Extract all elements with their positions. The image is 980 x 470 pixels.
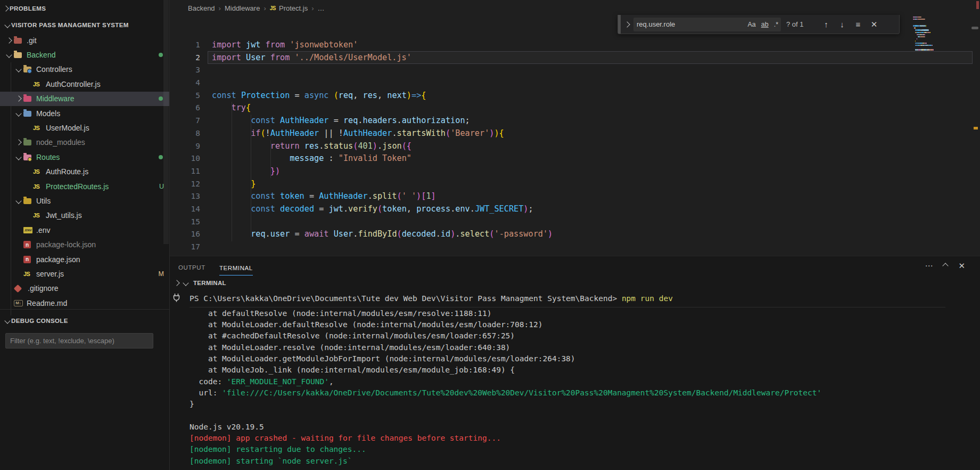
find-input[interactable] <box>633 20 745 28</box>
explorer-section-header[interactable]: VISITOR PASS MANAGMENT SYSTEM <box>0 17 169 33</box>
tab-output[interactable]: OUTPUT <box>178 264 205 275</box>
code-line-14[interactable]: 14 const decoded = jwt.verify(token, pro… <box>170 203 980 216</box>
code-line-1[interactable]: 1import jwt from 'jsonwebtoken' <box>170 39 980 52</box>
terminal-output[interactable]: PS C:\Users\kakka\OneDrive\Documents\Tut… <box>170 293 821 467</box>
tree-item-package-json[interactable]: npackage.json <box>0 252 169 266</box>
tree-item-readme-md[interactable]: M↓Readme.md <box>0 296 169 310</box>
code-text <box>200 216 212 229</box>
tree-item-backend[interactable]: Backend <box>0 47 169 62</box>
code-text: const Protection = async (req, res, next… <box>200 90 426 102</box>
code-line-3[interactable]: 3 <box>170 64 980 77</box>
code-line-4[interactable]: 4 <box>170 77 980 90</box>
chevron-right-icon[interactable] <box>170 281 184 285</box>
tree-item-label: node_modules <box>36 138 85 147</box>
minimap[interactable] <box>913 16 957 61</box>
folder-controllers-icon <box>23 67 31 72</box>
sidebar-scrollbar[interactable] <box>163 0 169 244</box>
code-text: req.user = await User.findById(decoded.i… <box>200 228 553 241</box>
line-number: 10 <box>170 152 200 165</box>
code-line-10[interactable]: 10 message : "Invalid Token" <box>170 152 980 165</box>
match-case-icon[interactable]: Aa <box>747 21 755 28</box>
chevron-right-icon <box>14 135 23 150</box>
code-line-12[interactable]: 12 } <box>170 178 980 191</box>
code-line-2[interactable]: 2import User from '../Models/UserModel.j… <box>170 52 980 64</box>
tree-item-server-js[interactable]: JSserver.jsM <box>0 266 169 281</box>
debug-console-header[interactable]: DEBUG CONSOLE <box>0 310 169 330</box>
tab-terminal[interactable]: TERMINAL <box>219 265 253 276</box>
line-number: 6 <box>170 102 200 115</box>
find-next-button[interactable]: ↓ <box>835 20 849 29</box>
code-line-6[interactable]: 6 try{ <box>170 102 980 115</box>
problems-section-header[interactable]: PROBLEMS <box>0 0 169 17</box>
tree-item-utils[interactable]: Utils <box>0 193 169 208</box>
find-in-selection-icon[interactable]: ≡ <box>851 20 865 29</box>
regex-icon[interactable]: .* <box>774 21 778 28</box>
tree-item-label: Jwt_utils.js <box>46 211 82 220</box>
code-line-7[interactable]: 7 const AuthHeader = req.headers.authori… <box>170 115 980 127</box>
breadcrumb-item[interactable]: … <box>318 4 325 12</box>
code-line-8[interactable]: 8 if(!AuthHeader || !AuthHeader.startsWi… <box>170 127 980 140</box>
chevron-down-icon <box>4 47 14 62</box>
js-icon: JS <box>33 81 45 87</box>
close-panel-icon[interactable]: ✕ <box>958 261 965 271</box>
tree-item-node-modules[interactable]: node_modules <box>0 135 169 150</box>
code-line-9[interactable]: 9 return res.status(401).json({ <box>170 140 980 153</box>
terminal-line: url: 'file:///C:/Users/kakka/OneDrive/Do… <box>170 387 821 399</box>
breadcrumb-item[interactable]: Backend <box>188 4 215 12</box>
tree-item-routes[interactable]: Routes <box>0 150 169 164</box>
tree-item--git[interactable]: .git <box>0 33 169 47</box>
tree-item-middleware[interactable]: Middleware <box>0 92 169 106</box>
code-line-13[interactable]: 13 const token = AuthHeader.split(' ')[1… <box>170 190 980 203</box>
git-diamond-icon <box>14 285 22 293</box>
code-line-16[interactable]: 16 req.user = await User.findById(decode… <box>170 228 980 241</box>
find-widget: Aa ab .* ? of 1 ↑ ↓ ≡ ✕ <box>617 15 900 34</box>
git-change-dot-badge <box>159 53 163 57</box>
code-line-5[interactable]: 5const Protection = async (req, res, nex… <box>170 90 980 102</box>
panel-tab-bar: OUTPUT TERMINAL <box>170 256 980 275</box>
whole-word-icon[interactable]: ab <box>761 21 769 28</box>
tree-item--gitignore[interactable]: .gitignore <box>0 281 169 296</box>
tree-item-authroute-js[interactable]: JSAuthRoute.js <box>0 165 169 179</box>
code-line-17[interactable]: 17 <box>170 241 980 254</box>
tree-item-protectedroutes-js[interactable]: JSProtectedRoutes.jsU <box>0 179 169 193</box>
tree-item-package-lock-json[interactable]: npackage-lock.json <box>0 237 169 252</box>
code-line-11[interactable]: 11 }) <box>170 165 980 178</box>
chevron-down-icon <box>4 312 11 330</box>
tree-item-usermodel-js[interactable]: JSUserModel.js <box>0 120 169 135</box>
panel-actions: ⋯ ✕ <box>925 260 965 272</box>
toggle-replace-chevron-icon[interactable] <box>625 22 629 27</box>
chevron-down-icon <box>14 106 23 120</box>
tree-item-label: package-lock.json <box>36 240 96 249</box>
chevron-down-icon[interactable] <box>184 281 192 285</box>
code-text <box>200 241 212 254</box>
more-actions-icon[interactable]: ⋯ <box>925 261 933 271</box>
code-text: import jwt from 'jsonwebtoken' <box>200 39 358 52</box>
code-text: } <box>200 178 256 191</box>
tree-item-jwt-utils-js[interactable]: JSJwt_utils.js <box>0 208 169 223</box>
breadcrumb-item[interactable]: Middleware <box>225 4 260 12</box>
maximize-panel-icon[interactable] <box>943 264 948 268</box>
code-editor[interactable]: 1import jwt from 'jsonwebtoken'2import U… <box>170 39 980 254</box>
tree-item-models[interactable]: Models <box>0 106 169 120</box>
chevron-down-icon <box>4 17 11 33</box>
debug-filter-input[interactable] <box>5 333 153 349</box>
debug-console-section: DEBUG CONSOLE <box>0 309 169 349</box>
chevron-right-icon <box>4 33 14 47</box>
line-number: 9 <box>170 140 200 153</box>
code-line-15[interactable]: 15 <box>170 216 980 229</box>
chevron-down-icon <box>14 150 23 164</box>
tree-item-authcontroller-js[interactable]: JSAuthController.js <box>0 77 169 91</box>
tree-item--env[interactable]: .ENV.env <box>0 223 169 237</box>
folder-utils-icon <box>23 198 31 204</box>
git-change-dot-badge <box>159 96 163 101</box>
find-previous-button[interactable]: ↑ <box>819 20 833 29</box>
md-icon: M↓ <box>14 300 23 306</box>
terminal-line <box>170 410 821 421</box>
terminal-line: at ModuleLoader.defaultResolve (node:int… <box>170 319 821 330</box>
breadcrumb-item[interactable]: Protect.js <box>279 4 308 12</box>
code-text: import User from '../Models/UserModel.js… <box>200 52 411 64</box>
folder-node-icon <box>23 140 31 145</box>
find-widget-grip[interactable] <box>618 15 621 34</box>
find-close-icon[interactable]: ✕ <box>867 20 881 29</box>
tree-item-controllers[interactable]: Controllers <box>0 62 169 77</box>
